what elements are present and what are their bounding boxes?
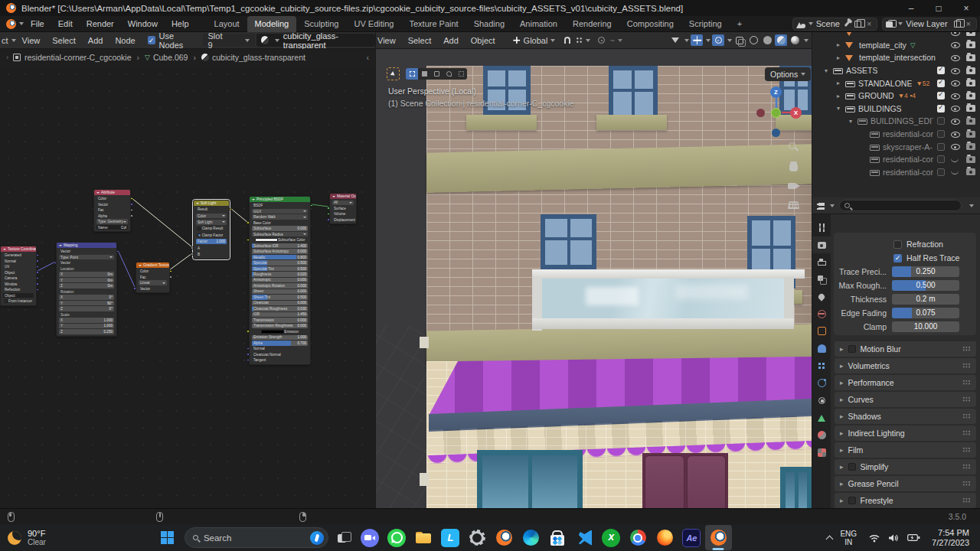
visibility-eye-icon[interactable] [951,67,960,75]
properties-tab[interactable] [812,219,831,236]
collapsed-panel[interactable]: ▸ Motion Blur [835,341,976,357]
node-row[interactable]: Transmission Roughness0.000 [252,324,308,328]
render-camera-icon[interactable] [966,143,975,150]
collapsed-panel[interactable]: ▸ Shadows [835,409,976,425]
render-camera-icon[interactable] [966,131,975,138]
workspace-tab[interactable]: Scripting [681,16,730,32]
node-row[interactable]: Base Color [252,220,308,225]
node-row[interactable]: Normal [3,259,34,263]
menu-item[interactable]: Edit [51,16,80,32]
node-row[interactable]: B [196,252,227,256]
node-row[interactable]: BSDF [252,204,308,208]
xray-toggle[interactable] [733,34,746,46]
gizmo-z-neg-axis[interactable] [772,129,780,137]
workspace-tab[interactable]: Texture Paint [401,16,466,32]
menu-item[interactable]: View [16,36,47,45]
half-res-trace-row[interactable]: ✓ Half Res Trace [834,251,976,265]
property-slider[interactable]: 0.075 [892,308,959,318]
node-row[interactable]: Fac [96,207,128,212]
drag-handle-icon[interactable] [962,363,971,368]
filter-visibility-icon[interactable] [669,34,681,46]
start-button[interactable] [161,531,174,544]
node-row[interactable]: Soft Light [196,220,227,224]
node-row[interactable]: Camera [3,276,34,280]
node-row[interactable]: X0° [59,295,114,299]
camera-view-icon[interactable] [788,181,800,191]
collapsed-panel[interactable]: ▸ Volumetrics [835,358,976,374]
expand-icon[interactable]: ▾ [849,118,858,125]
workspace-tab[interactable]: Layout [207,16,247,32]
node-row[interactable]: IOR1.450 [252,312,308,317]
properties-tab[interactable] [812,271,831,289]
node-row[interactable]: Rotation: [59,289,114,294]
taskbar-app-button[interactable] [598,525,625,550]
node-row[interactable]: GGX [252,209,308,214]
node-row[interactable]: Z0m [59,283,114,288]
outliner-row[interactable]: ▸ GROUND ▼4 ▪4 [812,90,980,103]
menu-item[interactable]: Node [109,36,141,45]
node-row[interactable]: Metallic0.800 [252,255,308,259]
visibility-eye-icon[interactable] [951,79,960,87]
menu-item[interactable]: Select [402,36,438,45]
node-row[interactable]: Vector [59,260,114,265]
workspace-tab[interactable]: Modeling [247,16,297,32]
properties-tab[interactable] [812,253,831,271]
render-camera-icon[interactable] [966,105,975,112]
outliner-row[interactable]: ▾ BUILDINGS [812,103,980,116]
gizmo-y-axis[interactable] [771,108,781,118]
exclude-checkbox[interactable] [937,92,945,99]
breadcrumb-mesh[interactable]: Cube.069 [153,53,188,62]
node-row[interactable]: Specular Tint0.500 [252,266,308,271]
visibility-eye-icon[interactable] [951,32,960,37]
material-selector[interactable]: cubicity_glass-transparent [256,34,375,47]
app-menu-icon[interactable] [6,19,16,29]
exclude-checkbox[interactable] [937,80,945,87]
expand-icon[interactable]: ▸ [837,41,845,48]
taskbar-app-button[interactable] [464,525,491,550]
node-soft-light[interactable]: Soft Light Result Color Soft Light [193,200,230,259]
orthographic-toggle-icon[interactable] [789,201,799,209]
node-row[interactable]: Alpha0.700 [252,341,308,345]
node-row[interactable]: From Instancer [3,298,34,303]
node-row[interactable]: Linear [139,280,167,285]
node-row[interactable]: Clearcoat Normal [252,352,308,357]
node-row[interactable]: Subsurface Anisotropy0.000 [252,249,308,253]
node-row[interactable]: Alpha [96,214,128,218]
gizmo-z-axis[interactable]: Z [770,86,782,98]
zoom-icon[interactable] [789,142,799,153]
node-gradient-texture[interactable]: Gradient Texture Color Fac Linear [136,262,170,293]
node-row[interactable]: Subsurface Color [252,237,308,242]
node-row[interactable]: Result [196,207,227,212]
exclude-checkbox[interactable] [937,155,945,163]
menu-item[interactable]: Select [46,36,82,45]
properties-tab[interactable] [812,444,831,461]
properties-tab[interactable] [812,288,831,305]
collapsed-panel[interactable]: ▸ Grease Pencil [835,476,976,492]
outliner-row[interactable]: ▸ template_city ▽ [812,39,980,52]
gizmo-x-neg-axis[interactable] [756,109,765,117]
drag-handle-icon[interactable] [962,396,971,402]
exclude-checkbox[interactable] [937,105,945,112]
node-attribute[interactable]: Attribute Color Vector Fac [93,189,131,232]
panel-checkbox[interactable] [848,345,856,353]
select-circle-button[interactable] [430,68,443,80]
node-row[interactable]: Anisotropic0.000 [252,278,308,282]
expand-icon[interactable]: ▾ [825,67,833,74]
outliner-row[interactable]: skyscraper-A- [812,140,980,153]
editor-type-dropdown[interactable]: ct [0,36,8,45]
node-row[interactable]: Anisotropic Rotation0.000 [252,283,308,288]
node-row[interactable]: Clamp Factor [196,233,227,237]
workspace-tab[interactable]: Compositing [619,16,681,32]
node-row[interactable]: X1.000 [59,318,114,322]
taskbar-app-button[interactable] [625,525,652,550]
drag-handle-icon[interactable] [962,346,971,351]
node-row[interactable]: Emission Strength1.000 [252,335,308,340]
node-row[interactable]: Specular0.500 [252,260,308,265]
node-row[interactable]: Emission [252,329,308,334]
properties-tab[interactable] [812,305,831,323]
shader-node-canvas[interactable]: Attribute Color Vector Fac [0,49,375,508]
workspace-tab[interactable]: Sculpting [296,16,346,32]
taskbar-app-button[interactable] [518,525,544,550]
outliner-row[interactable]: ▸ template_intersection [812,51,980,64]
visibility-eye-icon[interactable] [951,104,960,112]
